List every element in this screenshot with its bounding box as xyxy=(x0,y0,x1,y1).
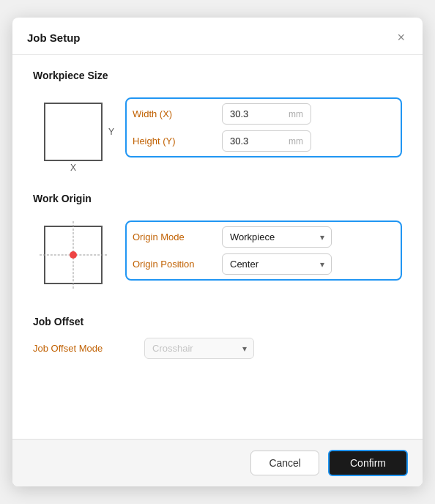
confirm-button[interactable]: Confirm xyxy=(328,450,408,476)
origin-mode-select-wrap: Workpiece Machine ▾ xyxy=(222,226,332,248)
cancel-button[interactable]: Cancel xyxy=(250,451,319,475)
origin-position-row: Origin Position Center Top Left Top Righ… xyxy=(133,253,395,275)
width-label: Width (X) xyxy=(133,108,213,119)
origin-position-label: Origin Position xyxy=(133,259,213,270)
height-label: Height (Y) xyxy=(133,136,213,147)
origin-selects-group: Origin Mode Workpiece Machine ▾ Origin P… xyxy=(125,220,402,281)
workpiece-size-row: Y X Width (X) mm xyxy=(33,92,402,172)
workpiece-size-title: Workpiece Size xyxy=(33,70,402,81)
height-input-group: mm xyxy=(222,130,311,152)
workpiece-fields: Width (X) mm Height (Y) mm xyxy=(125,92,402,158)
origin-position-select-wrap: Center Top Left Top Right Bottom Left Bo… xyxy=(222,253,332,275)
work-origin-title: Work Origin xyxy=(33,193,402,204)
job-offset-title: Job Offset xyxy=(33,316,402,327)
x-axis-label: X xyxy=(70,163,76,173)
workpiece-shape: Y X xyxy=(44,103,103,161)
work-origin-section: Work Origin Origin Mode xyxy=(33,193,402,295)
height-field-row: Height (Y) mm xyxy=(133,130,395,152)
origin-diagram xyxy=(33,215,114,295)
workpiece-size-section: Workpiece Size Y X Width (X) xyxy=(33,70,402,172)
origin-dot xyxy=(70,251,77,259)
job-offset-row: Job Offset Mode Crosshair None ▾ xyxy=(33,338,402,359)
origin-position-select[interactable]: Center Top Left Top Right Bottom Left Bo… xyxy=(222,253,332,275)
width-input-group: mm xyxy=(222,103,311,125)
y-axis-label: Y xyxy=(108,127,114,137)
job-offset-mode-select-wrap: Crosshair None ▾ xyxy=(144,338,254,359)
width-input[interactable] xyxy=(223,104,289,124)
dialog-title: Job Setup xyxy=(27,32,81,44)
job-offset-section: Job Offset Job Offset Mode Crosshair Non… xyxy=(33,316,402,359)
width-unit: mm xyxy=(289,105,311,124)
origin-mode-label: Origin Mode xyxy=(133,231,213,242)
origin-fields: Origin Mode Workpiece Machine ▾ Origin P… xyxy=(125,215,402,281)
close-button[interactable]: × xyxy=(394,29,408,45)
job-offset-mode-label: Job Offset Mode xyxy=(33,343,135,354)
origin-mode-row: Origin Mode Workpiece Machine ▾ xyxy=(133,226,395,248)
job-offset-mode-select[interactable]: Crosshair None xyxy=(144,338,254,359)
dialog-header: Job Setup × xyxy=(12,18,423,55)
workpiece-diagram: Y X xyxy=(33,92,114,172)
workpiece-inputs-group: Width (X) mm Height (Y) mm xyxy=(125,97,402,158)
height-unit: mm xyxy=(289,132,311,151)
dialog: Job Setup × Workpiece Size Y X Wi xyxy=(12,18,423,486)
dialog-body: Workpiece Size Y X Width (X) xyxy=(12,55,423,439)
dialog-footer: Cancel Confirm xyxy=(12,439,423,486)
height-input[interactable] xyxy=(223,131,289,151)
work-origin-row: Origin Mode Workpiece Machine ▾ Origin P… xyxy=(33,215,402,295)
origin-shape xyxy=(44,226,103,284)
width-field-row: Width (X) mm xyxy=(133,103,395,125)
origin-mode-select[interactable]: Workpiece Machine xyxy=(222,226,332,248)
